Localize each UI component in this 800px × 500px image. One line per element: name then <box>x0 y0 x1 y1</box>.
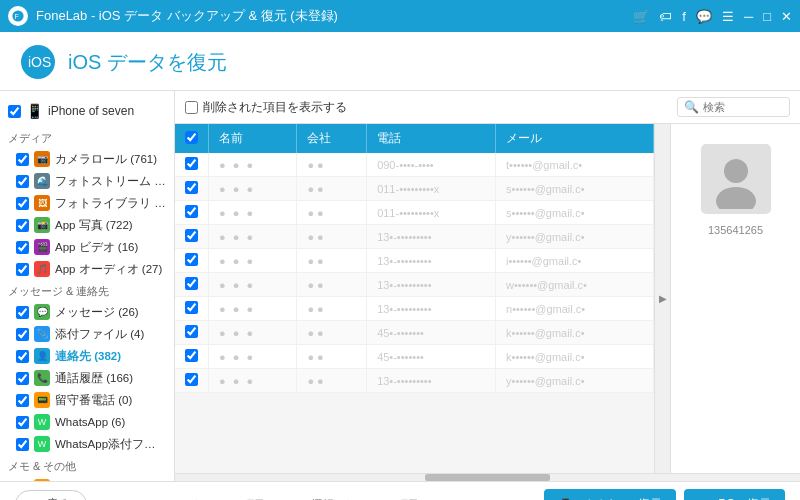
header: iOS iOS データを復元 <box>0 32 800 91</box>
sidebar-item-notes[interactable]: 📝メモ (50) <box>0 476 174 481</box>
restore-to-device-button[interactable]: 📱 デバイスに復元 <box>544 489 676 500</box>
table-row[interactable]: ● ● ●● ●13•-•••••••••y••••••@gmail.c• <box>175 369 654 393</box>
table-row[interactable]: ● ● ●● ●45•-•••••••k••••••@gmail.c• <box>175 345 654 369</box>
sidebar-category-label: メディア <box>0 127 174 148</box>
table-row[interactable]: ● ● ●● ●45•-•••••••k••••••@gmail.c• <box>175 321 654 345</box>
sidebar-item-call-history[interactable]: 📞通話履歴 (166) <box>0 367 174 389</box>
checkbox-whatsapp[interactable] <box>16 416 29 429</box>
chat-icon[interactable]: 💬 <box>696 9 712 24</box>
device-item[interactable]: 📱 iPhone of seven <box>0 99 174 127</box>
avatar-icon <box>706 149 766 209</box>
camera-roll-icon: 📷 <box>34 151 50 167</box>
call-history-icon: 📞 <box>34 370 50 386</box>
table-row[interactable]: ● ● ●● ●090-••••-••••t••••••@gmail.c• <box>175 153 654 177</box>
notes-label: メモ (50) <box>55 480 166 482</box>
sidebar-item-whatsapp[interactable]: WWhatsApp (6) <box>0 411 174 433</box>
checkbox-call-history[interactable] <box>16 372 29 385</box>
svg-point-5 <box>716 187 756 209</box>
titlebar-left: F FoneLab - iOS データ バックアップ & 復元 (未登録) <box>8 6 338 26</box>
iphone-icon: 📱 <box>26 103 43 119</box>
show-deleted-checkbox[interactable] <box>185 101 198 114</box>
checkbox-app-photos[interactable] <box>16 219 29 232</box>
checkbox-contacts[interactable] <box>16 350 29 363</box>
app-video-label: App ビデオ (16) <box>55 240 166 255</box>
device-checkbox[interactable] <box>8 105 21 118</box>
title-ios: iOS <box>68 51 101 73</box>
svg-point-4 <box>724 159 748 183</box>
table-row[interactable]: ● ● ●● ●13•-•••••••••i••••••@gmail.c• <box>175 249 654 273</box>
checkbox-whatsapp-attach[interactable] <box>16 438 29 451</box>
sidebar-item-app-photos[interactable]: 📸App 写真 (722) <box>0 214 174 236</box>
maximize-icon[interactable]: □ <box>763 9 771 24</box>
contact-panel: 135641265 <box>670 124 800 473</box>
call-history-label: 通話履歴 (166) <box>55 371 166 386</box>
main-content: 📱 iPhone of seven メディア📷カメラロール (761)🌊フォトス… <box>0 91 800 481</box>
tag-icon[interactable]: 🏷 <box>659 9 672 24</box>
sidebar-categories: メディア📷カメラロール (761)🌊フォトストリーム (0)🖼フォトライブラリ … <box>0 127 174 481</box>
contacts-table: 名前 会社 電話 メール ● ● ●● ●090-••••-••••t•••••… <box>175 124 654 393</box>
app-logo-icon: iOS <box>20 44 56 80</box>
app-photos-icon: 📸 <box>34 217 50 233</box>
facebook-icon[interactable]: f <box>682 9 686 24</box>
sidebar-item-whatsapp-attach[interactable]: WWhatsApp添付ファイル (6) <box>0 433 174 455</box>
contact-avatar <box>701 144 771 214</box>
photo-library-icon: 🖼 <box>34 195 50 211</box>
sidebar-item-voicemail[interactable]: 📟留守番電話 (0) <box>0 389 174 411</box>
sidebar-item-photo-library[interactable]: 🖼フォトライブラリ (2) <box>0 192 174 214</box>
close-icon[interactable]: ✕ <box>781 9 792 24</box>
notes-icon: 📝 <box>34 479 50 481</box>
sidebar-item-camera-roll[interactable]: 📷カメラロール (761) <box>0 148 174 170</box>
restore-to-pc-button[interactable]: 💻 PCに復元 <box>684 489 785 500</box>
footer-actions: 📱 デバイスに復元 💻 PCに復元 <box>544 489 785 500</box>
attachments-label: 添付ファイル (4) <box>55 327 166 342</box>
search-icon: 🔍 <box>684 100 699 114</box>
search-box[interactable]: 🔍 <box>677 97 790 117</box>
sidebar-item-app-video[interactable]: 🎬App ビデオ (16) <box>0 236 174 258</box>
table-container[interactable]: 名前 会社 電話 メール ● ● ●● ●090-••••-••••t•••••… <box>175 124 654 473</box>
sidebar-item-photo-stream[interactable]: 🌊フォトストリーム (0) <box>0 170 174 192</box>
sidebar-item-messages[interactable]: 💬メッセージ (26) <box>0 301 174 323</box>
device-label: iPhone of seven <box>48 104 134 118</box>
titlebar: F FoneLab - iOS データ バックアップ & 復元 (未登録) 🛒 … <box>0 0 800 32</box>
footer: ◀ 戻る トータル: 2861項目 1.33 GB 選択された: 2861項目 … <box>0 481 800 500</box>
titlebar-controls: 🛒 🏷 f 💬 ☰ ─ □ ✕ <box>633 9 792 24</box>
table-row[interactable]: ● ● ●● ●011-•••••••••xs••••••@gmail.c• <box>175 177 654 201</box>
sidebar-item-attachments[interactable]: 📎添付ファイル (4) <box>0 323 174 345</box>
table-row[interactable]: ● ● ●● ●13•-•••••••••n••••••@gmail.c• <box>175 297 654 321</box>
whatsapp-icon: W <box>34 414 50 430</box>
header-company: 会社 <box>297 124 367 153</box>
table-body: ● ● ●● ●090-••••-••••t••••••@gmail.c•● ●… <box>175 153 654 393</box>
header-checkbox[interactable] <box>175 124 209 153</box>
hscroll-thumb[interactable] <box>425 474 550 481</box>
checkbox-app-video[interactable] <box>16 241 29 254</box>
photo-stream-label: フォトストリーム (0) <box>55 174 166 189</box>
table-row[interactable]: ● ● ●● ●011-•••••••••xs••••••@gmail.c• <box>175 201 654 225</box>
checkbox-photo-stream[interactable] <box>16 175 29 188</box>
cart-icon[interactable]: 🛒 <box>633 9 649 24</box>
sidebar-item-app-audio[interactable]: 🎵App オーディオ (27) <box>0 258 174 280</box>
show-deleted-label[interactable]: 削除された項目を表示する <box>185 99 347 116</box>
checkbox-messages[interactable] <box>16 306 29 319</box>
minimize-icon[interactable]: ─ <box>744 9 753 24</box>
checkbox-notes[interactable] <box>16 481 29 482</box>
menu-icon[interactable]: ☰ <box>722 9 734 24</box>
scroll-right-arrow[interactable]: ▶ <box>654 124 670 473</box>
sidebar-item-contacts[interactable]: 👤連絡先 (382) <box>0 345 174 367</box>
checkbox-voicemail[interactable] <box>16 394 29 407</box>
checkbox-camera-roll[interactable] <box>16 153 29 166</box>
app-audio-label: App オーディオ (27) <box>55 262 166 277</box>
table-row[interactable]: ● ● ●● ●13•-•••••••••w••••••@gmail.c• <box>175 273 654 297</box>
checkbox-photo-library[interactable] <box>16 197 29 210</box>
table-row[interactable]: ● ● ●● ●13•-•••••••••y••••••@gmail.c• <box>175 225 654 249</box>
checkbox-app-audio[interactable] <box>16 263 29 276</box>
sidebar: 📱 iPhone of seven メディア📷カメラロール (761)🌊フォトス… <box>0 91 175 481</box>
search-input[interactable] <box>703 101 783 113</box>
messages-label: メッセージ (26) <box>55 305 166 320</box>
checkbox-attachments[interactable] <box>16 328 29 341</box>
header-phone: 電話 <box>367 124 496 153</box>
table-hscroll[interactable] <box>175 473 800 481</box>
titlebar-title: FoneLab - iOS データ バックアップ & 復元 (未登録) <box>36 7 338 25</box>
header-email: メール <box>496 124 654 153</box>
back-button[interactable]: ◀ 戻る <box>15 490 87 500</box>
app-audio-icon: 🎵 <box>34 261 50 277</box>
